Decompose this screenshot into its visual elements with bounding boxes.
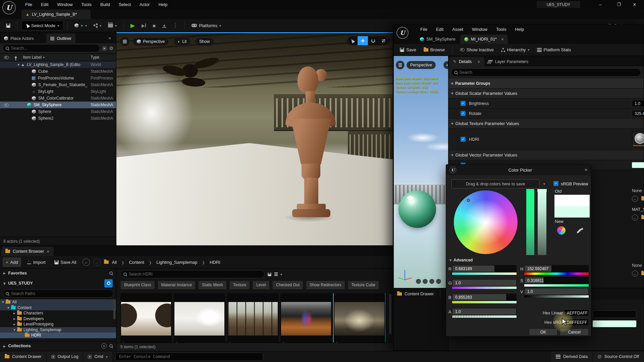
filter-level[interactable]: Level xyxy=(252,281,269,289)
import-button[interactable]: Import xyxy=(24,257,48,267)
stop-button[interactable] xyxy=(150,21,158,30)
close-icon[interactable] xyxy=(477,60,480,64)
expand-caret-icon[interactable] xyxy=(17,62,19,67)
menu-build[interactable]: Build xyxy=(96,0,114,9)
a-value[interactable]: 1.0 xyxy=(455,309,461,314)
menu-file[interactable]: File xyxy=(416,25,432,34)
table-row[interactable]: Cube StaticMeshA xyxy=(0,68,116,75)
b-value[interactable]: 0.855283 xyxy=(455,295,472,300)
asset-hdri-4[interactable] xyxy=(280,293,332,343)
value-handle-right[interactable] xyxy=(545,189,547,192)
tab-details[interactable]: Details xyxy=(449,57,484,66)
menu-edit[interactable]: Edit xyxy=(37,0,53,9)
frame-skip-button[interactable] xyxy=(139,21,149,30)
parent-material-value[interactable]: MAT_SkyHDRI xyxy=(632,207,644,212)
outliner-search-input[interactable] xyxy=(3,44,100,52)
filter-material-instance[interactable]: Material Instance xyxy=(157,281,195,289)
texture-none-value[interactable]: None xyxy=(632,263,644,268)
table-row[interactable]: SkyLight SkyLight xyxy=(0,88,116,95)
level-viewport[interactable]: Perspective Lit Show xyxy=(116,32,393,245)
tab-place-actors[interactable]: Place Actors xyxy=(0,34,38,43)
search-paths-input[interactable] xyxy=(3,290,113,298)
tab-mi-hdri[interactable]: MI_HDRI_01* xyxy=(460,35,508,44)
g-value[interactable]: 1.0 xyxy=(455,281,461,285)
rotate-value-field[interactable]: 325.440002 xyxy=(632,110,644,117)
rotate-tool-button[interactable] xyxy=(368,36,378,45)
color-wheel-selector[interactable] xyxy=(467,199,470,202)
filter-icon[interactable] xyxy=(274,274,278,275)
show-dropdown[interactable]: Show xyxy=(195,37,214,46)
breadcrumb-content[interactable]: Content xyxy=(129,260,144,265)
favorites-section[interactable]: Favorites xyxy=(0,268,116,278)
use-selected-icon[interactable] xyxy=(632,270,638,277)
chevron-down-icon[interactable] xyxy=(280,273,282,276)
close-icon[interactable] xyxy=(47,250,49,253)
breadcrumb-all[interactable]: All xyxy=(112,260,117,265)
tab-layer-parameters[interactable]: Layer Parameters xyxy=(484,57,532,66)
browse-to-asset-icon[interactable] xyxy=(641,197,644,200)
project-section[interactable]: UE5_STUDY xyxy=(0,278,116,289)
show-inactive-button[interactable]: Show Inactive xyxy=(457,45,496,55)
preview-shape-button[interactable] xyxy=(429,279,434,284)
tree-item-developers[interactable]: Developers xyxy=(0,316,116,322)
breadcrumb-hdri[interactable]: HDRI xyxy=(210,260,220,265)
table-row[interactable]: SM_ColorCalibrator StaticMeshA xyxy=(0,95,116,102)
section-global-vector[interactable]: Global Vector Parameter Values xyxy=(448,150,644,160)
add-button[interactable]: + Add xyxy=(3,257,21,267)
advanced-section-toggle[interactable]: Advanced xyxy=(449,258,473,262)
forward-icon[interactable] xyxy=(93,258,101,266)
content-drawer-button[interactable]: Content Drawer xyxy=(0,351,47,362)
saturation-bar[interactable] xyxy=(526,189,534,255)
menu-tools[interactable]: Tools xyxy=(77,0,96,9)
filter-texture-cube[interactable]: Texture Cube xyxy=(347,281,379,289)
texture-none-value[interactable]: None xyxy=(632,188,642,193)
section-global-scalar[interactable]: Global Scalar Parameter Values xyxy=(448,88,644,99)
eyedropper-icon[interactable] xyxy=(576,226,584,235)
platforms-dropdown[interactable]: Platforms xyxy=(189,21,224,30)
filter-show-redirectors[interactable]: Show Redirectors xyxy=(305,281,345,289)
color-wheel[interactable] xyxy=(454,190,518,254)
use-selected-icon[interactable] xyxy=(632,196,638,202)
eject-button[interactable] xyxy=(160,21,169,30)
outliner-settings-icon[interactable] xyxy=(109,46,113,51)
column-item-label[interactable]: Item Label xyxy=(23,55,42,60)
table-row[interactable]: Sphere2 StaticMeshA xyxy=(0,115,116,122)
use-selected-icon[interactable] xyxy=(632,215,638,221)
menu-asset[interactable]: Asset xyxy=(448,25,468,34)
r-value[interactable]: 0.683189 xyxy=(455,266,472,271)
visibility-column-icon[interactable] xyxy=(4,56,9,59)
table-row-selected[interactable]: SM_SkySphere StaticMeshA xyxy=(0,102,116,108)
viewport-options-button[interactable] xyxy=(120,37,130,47)
save-all-button[interactable]: Save All xyxy=(52,257,79,267)
brightness-value-field[interactable]: 1.0 xyxy=(632,100,644,107)
save-asset-button[interactable]: Save xyxy=(397,45,419,55)
filter-blueprint-class[interactable]: Blueprint Class xyxy=(120,281,155,289)
path-search-toggle[interactable] xyxy=(104,279,113,288)
menu-select[interactable]: Select xyxy=(114,0,135,9)
tint-color-swatch[interactable] xyxy=(632,162,644,168)
menu-edit[interactable]: Edit xyxy=(432,25,448,34)
tree-item-lighting-samplemap[interactable]: Lighting_Samplemap xyxy=(0,327,116,333)
menu-tools[interactable]: Tools xyxy=(492,25,511,34)
preview-perspective-dropdown[interactable]: Perspective xyxy=(407,61,436,69)
restore-button[interactable]: ❐ xyxy=(612,0,626,9)
hdri-checkbox[interactable] xyxy=(461,137,466,142)
s-value[interactable]: 0.316811 xyxy=(527,278,544,283)
preview-shape-button[interactable] xyxy=(436,279,441,284)
breadcrumb-samplemap[interactable]: Lighting_Samplemap xyxy=(156,260,197,265)
path-folder-icon[interactable] xyxy=(104,260,109,264)
select-tool-button[interactable] xyxy=(347,36,358,45)
value-bar[interactable] xyxy=(538,189,546,255)
unreal-logo-icon[interactable]: U xyxy=(2,1,16,14)
close-button[interactable]: ✕ xyxy=(628,0,641,9)
filter-checked-out[interactable]: Checked Out xyxy=(272,281,303,289)
collections-section[interactable]: Collections + xyxy=(0,341,116,350)
table-row[interactable]: LV_Lighting_Sample_B (Edito World xyxy=(0,61,116,68)
tree-item-characters[interactable]: Characters xyxy=(0,310,116,316)
preview-lit-button[interactable] xyxy=(443,61,448,69)
close-icon[interactable] xyxy=(108,36,111,41)
menu-file[interactable]: File xyxy=(21,0,37,9)
preview-options-button[interactable] xyxy=(396,61,405,69)
asset-hdri-3[interactable] xyxy=(227,293,278,343)
menu-window[interactable]: Window xyxy=(468,25,492,34)
